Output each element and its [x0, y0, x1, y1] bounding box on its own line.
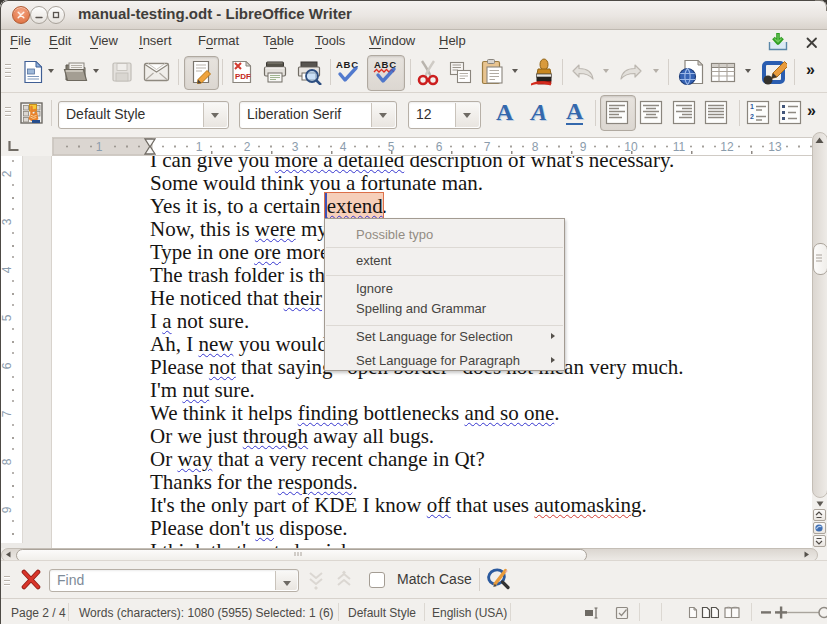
svg-text:3: 3 — [292, 140, 299, 154]
svg-text:6: 6 — [0, 362, 14, 369]
svg-text:PDF: PDF — [235, 72, 251, 81]
svg-text:1: 1 — [750, 103, 754, 110]
svg-text:2: 2 — [244, 140, 251, 154]
svg-text:9: 9 — [580, 140, 587, 154]
svg-text:12: 12 — [720, 140, 734, 154]
svg-text:3: 3 — [0, 218, 14, 225]
svg-text:5: 5 — [0, 314, 14, 321]
svg-text:4: 4 — [340, 140, 347, 154]
svg-text:1: 1 — [196, 140, 203, 154]
svg-text:9: 9 — [0, 506, 14, 513]
svg-text:2: 2 — [750, 113, 754, 120]
svg-text:8: 8 — [532, 140, 539, 154]
svg-text:8: 8 — [0, 458, 14, 465]
svg-text:1: 1 — [96, 140, 103, 154]
svg-text:7: 7 — [484, 140, 491, 154]
svg-text:13: 13 — [768, 140, 782, 154]
svg-text:7: 7 — [0, 410, 14, 417]
svg-text:2: 2 — [0, 170, 14, 177]
svg-text:4: 4 — [0, 266, 14, 273]
svg-text:6: 6 — [436, 140, 443, 154]
svg-text:11: 11 — [673, 140, 686, 154]
